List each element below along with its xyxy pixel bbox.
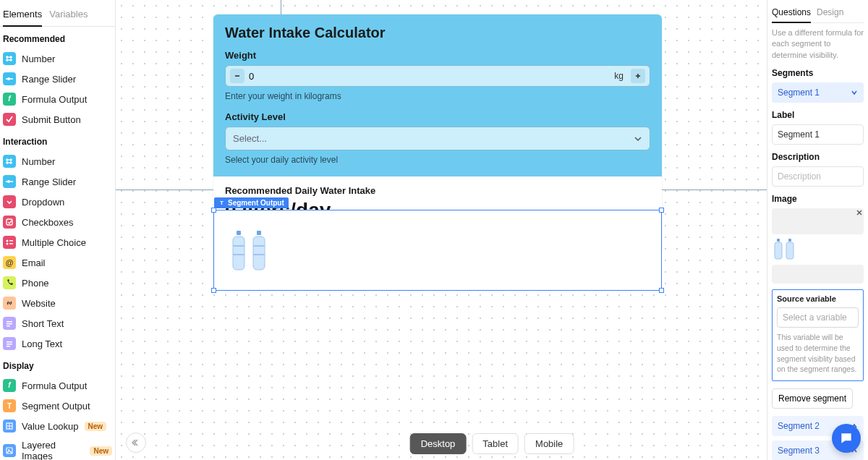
canvas: Water Intake Calculator Weight 0 kg Ente…: [116, 0, 868, 460]
element-item[interactable]: Layered ImagesNew: [0, 436, 115, 460]
resize-handle[interactable]: [659, 208, 664, 213]
element-item[interactable]: Checkboxes: [0, 212, 115, 232]
element-item[interactable]: Number: [0, 151, 115, 171]
left-tabs: Elements Variables: [0, 0, 115, 27]
element-label: Range Slider: [22, 74, 76, 85]
svg-rect-12: [7, 323, 12, 325]
element-item[interactable]: TSegment Output: [0, 396, 115, 416]
weight-decrement[interactable]: [230, 69, 244, 83]
segment-1-row[interactable]: Segment 1: [772, 82, 864, 103]
device-mobile[interactable]: Mobile: [524, 433, 574, 454]
element-item[interactable]: @Email: [0, 252, 115, 273]
element-label: Formula Output: [22, 94, 87, 105]
selection-tag: T Segment Output: [214, 197, 289, 208]
svg-rect-35: [253, 245, 265, 247]
element-item[interactable]: Range Slider: [0, 171, 115, 192]
chevron-down-icon: [634, 135, 642, 143]
element-item[interactable]: Phone: [0, 273, 115, 293]
weight-increment[interactable]: [631, 69, 645, 83]
element-item[interactable]: Website: [0, 293, 115, 313]
weight-hint: Enter your weight in kilograms: [225, 91, 650, 101]
element-item[interactable]: Short Text: [0, 313, 115, 333]
activity-label: Activity Level: [225, 111, 650, 122]
mc-icon: [3, 236, 16, 249]
svg-rect-16: [7, 346, 10, 347]
weight-unit: kg: [614, 71, 624, 81]
segment-image: [230, 231, 268, 271]
element-item[interactable]: Multiple Choice: [0, 232, 115, 252]
weight-stepper[interactable]: 0 kg: [225, 65, 650, 87]
txt-icon: [3, 337, 16, 350]
ph-icon: [3, 276, 16, 289]
chevron-down-icon: [851, 89, 858, 96]
svg-text:T: T: [7, 402, 12, 410]
fx-icon: f: [3, 379, 16, 392]
source-variable-select[interactable]: Select a variable: [777, 307, 859, 328]
txt-icon: [3, 317, 16, 330]
svg-rect-14: [7, 341, 12, 343]
tab-elements[interactable]: Elements: [3, 7, 42, 27]
tab-variables[interactable]: Variables: [49, 7, 88, 26]
element-label: Multiple Choice: [22, 237, 86, 248]
segment-desc-input[interactable]: [772, 166, 864, 187]
tab-questions[interactable]: Questions: [772, 6, 811, 23]
cb-icon: [3, 216, 16, 229]
svg-rect-36: [253, 254, 265, 255]
group-header: Interaction: [0, 129, 115, 151]
svg-rect-38: [775, 242, 782, 259]
segment-label-input[interactable]: [772, 124, 864, 145]
activity-select[interactable]: Select...: [225, 127, 650, 150]
element-item[interactable]: Range Slider: [0, 69, 115, 89]
resize-handle[interactable]: [659, 288, 664, 293]
svg-rect-9: [9, 243, 13, 244]
close-icon[interactable]: [854, 207, 865, 218]
element-label: Number: [22, 156, 55, 167]
collapse-left-button[interactable]: [126, 433, 146, 453]
svg-point-4: [7, 180, 10, 183]
element-label: Submit Button: [22, 114, 81, 125]
element-item[interactable]: Dropdown: [0, 192, 115, 212]
image-thumbnail: [773, 239, 864, 260]
device-tablet[interactable]: Tablet: [472, 433, 519, 454]
svg-text:f: f: [8, 381, 12, 389]
element-item[interactable]: Submit Button: [0, 109, 115, 129]
element-item[interactable]: fFormula Output: [0, 89, 115, 109]
element-item[interactable]: Number: [0, 48, 115, 69]
element-item[interactable]: Value LookupNew: [0, 416, 115, 436]
description-header: Description: [772, 152, 864, 162]
device-desktop[interactable]: Desktop: [410, 433, 467, 454]
element-label: Email: [22, 257, 46, 268]
tab-design[interactable]: Design: [817, 6, 843, 22]
new-badge: New: [85, 422, 107, 431]
right-panel: Questions Design Use a different formula…: [767, 0, 868, 460]
element-label: Phone: [22, 278, 49, 289]
dd-icon: [3, 195, 16, 208]
source-variable-hint: This variable will be used to determine …: [777, 332, 859, 375]
element-label: Website: [22, 298, 56, 309]
svg-rect-33: [257, 231, 261, 235]
svg-rect-29: [237, 231, 241, 235]
hash-icon: [3, 52, 16, 65]
result-label: Recommended Daily Water Intake: [225, 185, 650, 196]
device-tabs: Desktop Tablet Mobile: [410, 433, 574, 454]
resize-handle[interactable]: [211, 288, 216, 293]
left-sidebar: Elements Variables RecommendedNumberRang…: [0, 0, 116, 460]
chat-bubble-button[interactable]: [832, 424, 861, 453]
segment-output-selected[interactable]: T Segment Output: [213, 210, 662, 291]
element-item[interactable]: fFormula Output: [0, 375, 115, 396]
link-icon: [3, 297, 16, 310]
segments-header: Segments: [772, 68, 864, 78]
image-drop[interactable]: [772, 208, 864, 234]
svg-text:f: f: [8, 95, 12, 103]
resize-handle[interactable]: [211, 208, 216, 213]
remove-segment-button[interactable]: Remove segment: [772, 388, 853, 409]
element-item[interactable]: Long Text: [0, 333, 115, 354]
source-variable-block: Source variable Select a variable This v…: [772, 289, 864, 381]
group-header: Recommended: [0, 27, 115, 48]
svg-point-6: [7, 240, 9, 242]
image-placeholder[interactable]: [772, 265, 864, 284]
element-label: Long Text: [22, 338, 62, 349]
activity-hint: Select your daily activity level: [225, 155, 650, 165]
svg-rect-31: [233, 245, 244, 247]
img-icon: [3, 444, 16, 457]
